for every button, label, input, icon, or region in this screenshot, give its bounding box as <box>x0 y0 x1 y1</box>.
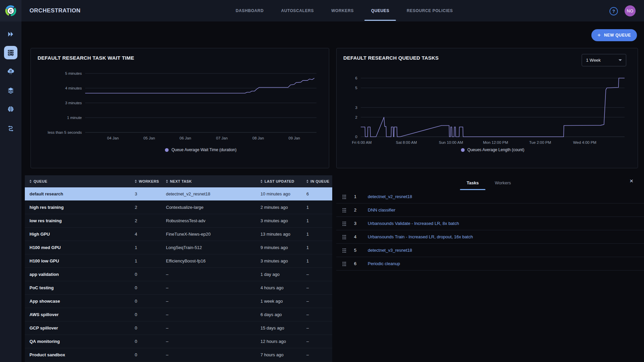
nav-tab-dashboard[interactable]: DASHBOARD <box>235 0 265 21</box>
sort-icon <box>135 180 137 183</box>
queue-row-low-res-training[interactable]: low res training2RobustnessTest-adv3 min… <box>25 214 332 228</box>
task-link[interactable]: detectnet_v2_resnet18 <box>368 190 412 203</box>
queue-row-qa-monitoring[interactable]: QA monitoring0–12 hours ago– <box>25 335 332 348</box>
column-header-last-updated[interactable]: LAST UPDATED <box>260 175 294 187</box>
queue-cell: 12 hours ago <box>260 335 286 348</box>
queue-row-h100-med-gpu[interactable]: H100 med GPU1LongSeqTrain-5129 minutes a… <box>25 241 332 254</box>
drag-handle-icon[interactable] <box>342 248 346 253</box>
queue-cell: – <box>306 295 309 308</box>
task-link[interactable]: Periodic cleanup <box>368 257 400 270</box>
drag-handle-icon[interactable] <box>342 221 346 226</box>
queue-name: app validation <box>30 268 59 281</box>
nav-tab-queues[interactable]: QUEUES <box>370 0 390 21</box>
drag-handle-icon[interactable] <box>342 194 346 199</box>
queue-cell: – <box>306 308 309 321</box>
chevron-down-icon <box>619 59 622 61</box>
task-link[interactable]: DNN classifier <box>368 203 395 217</box>
queue-cell: 15 days ago <box>260 321 284 335</box>
svg-text:5: 5 <box>355 86 357 90</box>
clearml-logo-icon: C <box>4 4 17 17</box>
drag-handle-icon[interactable] <box>342 208 346 213</box>
queue-cell: – <box>306 268 309 281</box>
queue-row-default-research[interactable]: default research3detectnet_v2_resnet1810… <box>25 187 332 201</box>
task-link[interactable]: detectnet_v3_resnet18 <box>368 244 412 257</box>
tab-workers[interactable]: Workers <box>493 175 513 190</box>
queue-name: App showcase <box>30 295 60 308</box>
sidebar-item-autoscalers[interactable] <box>4 65 17 78</box>
page-title: ORCHESTRATION <box>30 0 80 21</box>
cloud-gear-icon <box>7 67 15 75</box>
nav-tab-resource-policies[interactable]: RESOURCE POLICIES <box>406 0 454 21</box>
task-link[interactable]: Urbansounds Validate - Increased LR, 8x … <box>368 217 459 230</box>
queue-table: QUEUEWORKERSNEXT TASKLAST UPDATEDIN QUEU… <box>25 175 332 362</box>
expand-chevrons-icon <box>7 30 15 38</box>
app-root: C ORCHESTRATION DASHBOARDAUTOSCALERSWORK… <box>0 0 644 362</box>
sidebar-item-ai-apps[interactable] <box>4 103 17 116</box>
sidebar-item-layers[interactable] <box>4 84 17 97</box>
clearml-logo[interactable]: C <box>0 0 21 21</box>
column-header-queue[interactable]: QUEUE <box>30 175 47 187</box>
queue-cell: 9 minutes ago <box>260 241 288 254</box>
task-position: 1 <box>354 190 356 203</box>
svg-text:05 Jan: 05 Jan <box>143 136 155 140</box>
task-link[interactable]: Urbansounds Train - Increased LR, dropou… <box>368 230 473 243</box>
queue-cell: 2 minutes ago <box>260 201 288 214</box>
queue-row-high-res-training[interactable]: high res training2Contextualize-large2 m… <box>25 201 332 214</box>
queue-name: AWS spillover <box>30 308 59 321</box>
queue-cell: LongSeqTrain-512 <box>166 241 202 254</box>
queue-name: high res training <box>30 201 64 214</box>
queue-cell: 0 <box>135 308 137 321</box>
queue-row-app-validation[interactable]: app validation0–1 day ago– <box>25 268 332 281</box>
queued-tasks-chart: 65320Fri 6:00 AMSat 8:00 AMSun 10:00 AMM… <box>343 62 632 152</box>
queue-name: Product sandbox <box>30 348 65 361</box>
drag-handle-icon[interactable] <box>342 261 346 266</box>
queue-cell: 1 <box>135 241 137 254</box>
task-row: 2DNN classifier <box>336 203 644 217</box>
column-header-workers[interactable]: WORKERS <box>135 175 159 187</box>
svg-text:Fri 6:00 AM: Fri 6:00 AM <box>352 140 372 144</box>
nav-tab-autoscalers[interactable]: AUTOSCALERS <box>280 0 315 21</box>
legend-label: Queue Average Wait Time (duration) <box>171 147 236 152</box>
svg-text:6: 6 <box>355 76 357 80</box>
queue-cell: 2 <box>135 201 137 214</box>
queue-cell: 2 <box>135 214 137 227</box>
queue-cell: 4 <box>135 228 137 241</box>
sidebar-item-expand[interactable] <box>4 27 17 41</box>
queue-cell: 0 <box>135 295 137 308</box>
legend-label: Queues Average Length (count) <box>467 147 524 152</box>
sidebar-item-pipelines[interactable] <box>4 122 17 135</box>
queue-table-header: QUEUEWORKERSNEXT TASKLAST UPDATEDIN QUEU… <box>25 175 332 187</box>
close-button[interactable]: × <box>630 178 633 184</box>
avatar[interactable]: NO <box>625 5 636 16</box>
queue-row-aws-spillover[interactable]: AWS spillover0–6 days ago– <box>25 308 332 321</box>
queue-name: default research <box>30 187 63 200</box>
help-button[interactable]: ? <box>609 7 618 15</box>
drag-handle-icon[interactable] <box>342 235 346 240</box>
queue-cell: 1 <box>306 254 309 267</box>
svg-text:Mon 12:00 PM: Mon 12:00 PM <box>483 140 508 144</box>
sort-icon <box>306 180 308 183</box>
wait-time-chart-title: DEFAULT RESEARCH TASK WAIT TIME <box>38 55 134 61</box>
column-header-in-queue[interactable]: IN QUEUE <box>306 175 329 187</box>
queue-cell: – <box>306 348 309 361</box>
queued-tasks-chart-panel: DEFAULT RESEARCH QUEUED TASKS 1 Week 653… <box>336 48 638 168</box>
svg-text:04 Jan: 04 Jan <box>107 136 119 140</box>
svg-text:4 minutes: 4 minutes <box>65 86 82 90</box>
main-nav: DASHBOARDAUTOSCALERSWORKERSQUEUESRESOURC… <box>235 0 454 21</box>
tab-tasks[interactable]: Tasks <box>465 175 481 190</box>
queue-row-poc-testing[interactable]: PoC testing0–4 hours ago– <box>25 281 332 295</box>
queue-row-product-sandbox[interactable]: Product sandbox0–7 hours ago– <box>25 348 332 362</box>
queue-cell: – <box>306 281 309 294</box>
queue-cell: – <box>166 321 168 335</box>
column-header-next-task[interactable]: NEXT TASK <box>166 175 192 187</box>
nav-tab-workers[interactable]: WORKERS <box>330 0 355 21</box>
queue-row-high-gpu[interactable]: High GPU4FineTuneX-News-ep2013 minutes a… <box>25 228 332 241</box>
queue-row-gcp-spillover[interactable]: GCP spillover0–15 days ago– <box>25 321 332 335</box>
queue-row-app-showcase[interactable]: App showcase0–1 week ago– <box>25 295 332 308</box>
sidebar-item-queues[interactable] <box>4 46 17 59</box>
queue-row-h100-low-gpu[interactable]: H100 low GPU1EfficiencyBoost-fp163 minut… <box>25 254 332 268</box>
svg-text:07 Jan: 07 Jan <box>216 136 228 140</box>
task-row: 6Periodic cleanup <box>336 257 644 270</box>
new-queue-button[interactable]: + NEW QUEUE <box>591 29 637 41</box>
svg-text:08 Jan: 08 Jan <box>252 136 264 140</box>
